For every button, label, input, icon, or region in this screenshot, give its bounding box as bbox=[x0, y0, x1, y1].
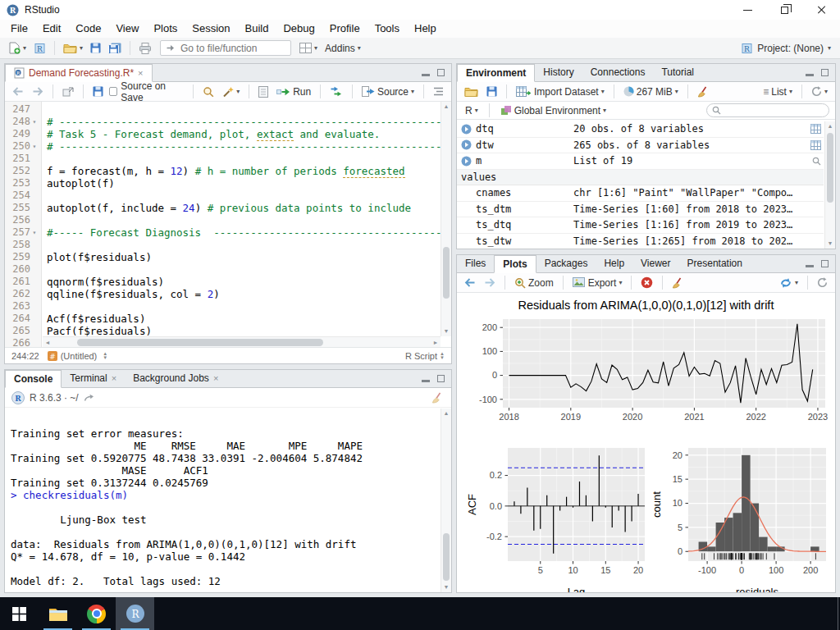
maximize-pane-icon[interactable] bbox=[437, 69, 445, 76]
close-tab-icon[interactable]: × bbox=[213, 373, 218, 383]
view-table-icon[interactable] bbox=[810, 124, 821, 134]
env-var-ts-dtm[interactable]: ts_dtm Time-Series [1:60] from 2018 to 2… bbox=[457, 202, 824, 218]
workspace-panes-button[interactable]: ▾ bbox=[297, 41, 320, 55]
save-doc-button[interactable] bbox=[90, 84, 106, 98]
plots-tab-files[interactable]: Files bbox=[457, 254, 494, 272]
env-tab-history[interactable]: History bbox=[535, 63, 582, 81]
new-file-button[interactable]: ▾ bbox=[6, 40, 29, 56]
line-number[interactable]: 262 bbox=[5, 288, 41, 300]
restore-button[interactable] bbox=[766, 0, 803, 20]
menu-debug[interactable]: Debug bbox=[276, 20, 322, 38]
editor-horizontal-scrollbar[interactable]: ◄ ► bbox=[43, 336, 441, 347]
run-button[interactable]: Run bbox=[274, 84, 313, 99]
refresh-environment-button[interactable]: ▾ bbox=[809, 84, 830, 98]
line-number[interactable]: 261 bbox=[5, 276, 41, 288]
plots-tab-presentation[interactable]: Presentation bbox=[679, 254, 751, 272]
plots-tab-plots[interactable]: Plots bbox=[494, 255, 536, 273]
inspect-icon[interactable] bbox=[812, 157, 821, 166]
menu-profile[interactable]: Profile bbox=[322, 20, 368, 38]
menu-file[interactable]: File bbox=[3, 20, 35, 38]
nav-back-button[interactable] bbox=[10, 85, 26, 98]
console-tab-background-jobs[interactable]: Background Jobs× bbox=[125, 369, 226, 387]
maximize-pane-icon[interactable] bbox=[821, 260, 829, 267]
menu-plots[interactable]: Plots bbox=[146, 20, 185, 38]
scrollbar-thumb[interactable] bbox=[443, 247, 450, 299]
taskbar-chrome[interactable] bbox=[77, 597, 116, 630]
import-dataset-button[interactable]: Import Dataset▾ bbox=[514, 84, 607, 99]
publish-button[interactable]: ▾ bbox=[777, 276, 801, 290]
scroll-down-icon[interactable]: ▼ bbox=[441, 582, 451, 592]
line-number[interactable]: 260 bbox=[5, 263, 41, 276]
scroll-down-icon[interactable]: ▼ bbox=[441, 326, 451, 336]
line-number[interactable]: 258 bbox=[5, 239, 41, 251]
environment-search-box[interactable] bbox=[706, 103, 829, 117]
menu-edit[interactable]: Edit bbox=[35, 20, 68, 38]
menu-session[interactable]: Session bbox=[185, 20, 237, 38]
source-on-save-checkbox[interactable] bbox=[109, 87, 117, 96]
console-tab-console[interactable]: Console bbox=[5, 370, 62, 388]
env-tab-environment[interactable]: Environment bbox=[457, 64, 535, 82]
menu-build[interactable]: Build bbox=[238, 20, 276, 38]
addins-button[interactable]: Addins▾ bbox=[322, 41, 363, 56]
maximize-pane-icon[interactable] bbox=[821, 69, 829, 76]
open-file-button[interactable]: ▾ bbox=[61, 41, 85, 55]
minimize-pane-icon[interactable] bbox=[422, 74, 430, 76]
scrollbar-thumb[interactable] bbox=[827, 133, 833, 203]
minimize-pane-icon[interactable] bbox=[806, 74, 814, 76]
next-plot-button[interactable] bbox=[482, 276, 498, 289]
find-button[interactable] bbox=[200, 84, 217, 99]
scroll-up-icon[interactable]: ▲ bbox=[441, 409, 451, 418]
env-tab-connections[interactable]: Connections bbox=[582, 63, 654, 81]
start-button[interactable] bbox=[0, 597, 39, 630]
expand-icon[interactable] bbox=[461, 156, 472, 167]
line-number[interactable]: 250▾ bbox=[5, 140, 41, 153]
scroll-up-icon[interactable]: ▲ bbox=[825, 121, 835, 131]
plots-tab-viewer[interactable]: Viewer bbox=[632, 254, 678, 272]
console-tab-terminal[interactable]: Terminal× bbox=[62, 369, 125, 387]
code-tools-button[interactable]: ▾ bbox=[220, 84, 242, 99]
close-tab-icon[interactable]: × bbox=[112, 373, 116, 383]
close-button[interactable] bbox=[803, 0, 840, 20]
line-number[interactable]: 266 bbox=[5, 337, 41, 347]
line-number[interactable]: 264 bbox=[5, 313, 41, 325]
scrollbar-thumb[interactable] bbox=[77, 339, 323, 346]
expand-icon[interactable] bbox=[461, 139, 472, 150]
taskbar-rstudio[interactable]: R bbox=[116, 597, 154, 630]
goto-file-input[interactable] bbox=[179, 42, 277, 55]
menu-code[interactable]: Code bbox=[68, 20, 108, 38]
line-number[interactable]: 256 bbox=[5, 214, 41, 226]
line-number[interactable]: 251 bbox=[5, 153, 41, 165]
line-number[interactable]: 254 bbox=[5, 189, 41, 202]
line-number[interactable]: 257▾ bbox=[5, 226, 41, 239]
popout-button[interactable] bbox=[60, 85, 76, 98]
minimize-button[interactable] bbox=[729, 0, 766, 20]
clear-plots-button[interactable] bbox=[669, 276, 687, 290]
maximize-pane-icon[interactable] bbox=[437, 375, 445, 382]
minimize-pane-icon[interactable] bbox=[806, 265, 814, 267]
scroll-down-icon[interactable]: ▼ bbox=[825, 239, 835, 249]
previous-plot-button[interactable] bbox=[462, 276, 478, 289]
console-output[interactable]: Training set error measures: ME RMSE MAE… bbox=[5, 409, 440, 592]
env-var-cnames[interactable]: cnames chr [1:6] "Paint" "WallPaper" "Co… bbox=[457, 185, 824, 202]
line-number[interactable]: 265 bbox=[5, 325, 41, 337]
env-var-dtw[interactable]: dtw 265 obs. of 8 variables bbox=[457, 138, 824, 154]
expand-icon[interactable] bbox=[461, 124, 472, 135]
taskbar-file-explorer[interactable] bbox=[39, 597, 77, 630]
view-table-icon[interactable] bbox=[810, 140, 821, 150]
env-var-m[interactable]: m List of 19 bbox=[457, 153, 824, 170]
editor-vertical-scrollbar[interactable]: ▲ ▼ bbox=[441, 102, 451, 336]
section-navigator[interactable]: # (Untitled) ▲▼ bbox=[48, 351, 108, 361]
plots-tab-packages[interactable]: Packages bbox=[536, 254, 596, 272]
list-view-button[interactable]: ≡List▾ bbox=[760, 84, 795, 99]
line-number[interactable]: 247 bbox=[5, 103, 41, 116]
line-number[interactable]: 259 bbox=[5, 251, 41, 263]
env-var-dtq[interactable]: dtq 20 obs. of 8 variables bbox=[457, 121, 824, 138]
fold-arrow-icon[interactable]: ▾ bbox=[30, 140, 39, 153]
save-button[interactable] bbox=[88, 41, 103, 55]
cursor-position[interactable]: 244:22 bbox=[11, 351, 39, 361]
environment-vertical-scrollbar[interactable]: ▲ ▼ bbox=[824, 121, 835, 249]
zoom-plot-button[interactable]: Zoom bbox=[512, 276, 556, 290]
code-editor[interactable]: 247248▾249250▾251252253254255256257▾2582… bbox=[5, 102, 451, 347]
scroll-up-icon[interactable]: ▲ bbox=[441, 102, 451, 112]
line-number[interactable]: 249 bbox=[5, 128, 41, 140]
